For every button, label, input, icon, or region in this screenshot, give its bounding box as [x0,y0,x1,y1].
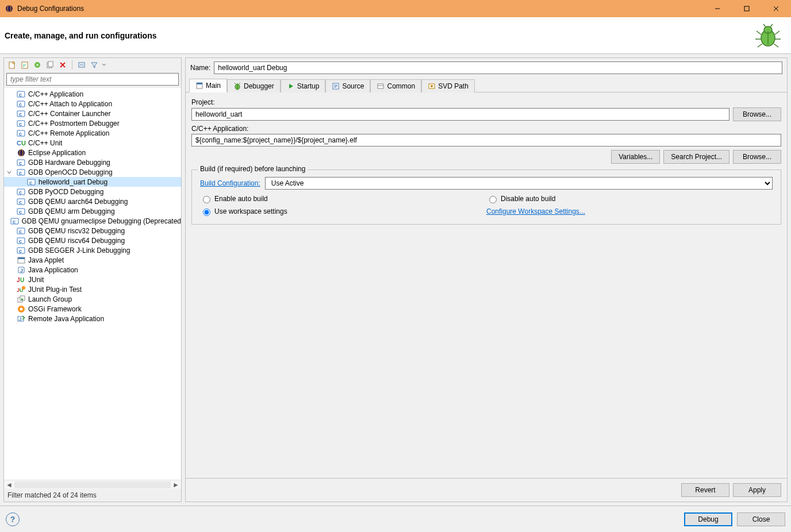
help-icon[interactable]: ? [6,512,20,526]
tree-node-label: GDB Hardware Debugging [28,159,110,167]
minimize-button[interactable] [704,0,730,17]
tree-node-label: GDB SEGGER J-Link Debugging [28,246,130,255]
new-config-icon[interactable] [6,59,18,71]
configurations-pane: P cC/C++ ApplicationcC/C++ Attach to App… [3,57,182,502]
application-field[interactable] [191,134,781,147]
filter-input[interactable] [6,73,179,86]
tree-node[interactable]: cC/C++ Remote Application [4,128,181,138]
svg-text:P: P [23,63,26,68]
tree-node[interactable]: cGDB OpenOCD Debugging [4,167,181,177]
tree-node[interactable]: CUC/C++ Unit [4,138,181,148]
close-dialog-button[interactable]: Close [737,512,785,526]
scroll-right-icon[interactable]: ► [172,481,180,489]
tab-svd-path[interactable]: SVD Path [421,79,475,92]
debug-button[interactable]: Debug [684,512,732,526]
filter-dropdown-icon[interactable] [101,59,107,71]
tree-node[interactable]: cGDB QEMU riscv32 Debugging [4,226,181,236]
tab-debugger[interactable]: Debugger [227,79,281,92]
radio-use-workspace[interactable]: Use workspace settings [200,207,486,216]
build-config-link[interactable]: Build Configuration: [200,179,260,187]
tree-node[interactable]: Java Applet [4,255,181,265]
tree-node[interactable]: cC/C++ Application [4,89,181,99]
radio-workspace-input[interactable] [203,209,210,216]
maximize-button[interactable] [734,0,759,17]
new-prototype-icon[interactable]: P [19,59,30,71]
tree-node-label: C/C++ Attach to Application [28,100,112,108]
tab-main[interactable]: Main [189,79,227,92]
search-project-button[interactable]: Search Project... [663,150,729,164]
tree-node[interactable]: cGDB PyOCD Debugging [4,187,181,196]
close-button[interactable] [763,0,789,17]
delete-config-icon[interactable] [57,59,68,71]
tree-node[interactable]: cGDB SEGGER J-Link Debugging [4,245,181,255]
variables-button[interactable]: Variables... [611,150,660,164]
tab-common[interactable]: Common [370,79,421,92]
export-config-icon[interactable] [32,59,43,71]
config-tree[interactable]: cC/C++ ApplicationcC/C++ Attach to Appli… [4,88,181,480]
configure-workspace-link[interactable]: Configure Workspace Settings... [486,207,585,215]
tree-node[interactable]: cGDB QEMU aarch64 Debugging [4,196,181,206]
tree-node[interactable]: cGDB QEMU gnuarmeclipse Debugging (Depre… [4,216,181,226]
revert-button[interactable]: Revert [681,483,729,497]
tree-horiz-scrollbar[interactable]: ◄ ► [4,480,181,489]
tree-node[interactable]: cGDB QEMU riscv64 Debugging [4,236,181,245]
window-title: Debug Configurations [17,5,84,13]
java-app-icon: J [17,265,26,275]
svg-text:c: c [19,102,22,107]
tab-source[interactable]: Source [325,79,370,92]
tree-node[interactable]: OSGi Framework [4,304,181,314]
svg-point-37 [18,149,25,156]
tree-node[interactable]: JUJUnit Plug-in Test [4,284,181,294]
tree-node[interactable]: cGDB QEMU arm Debugging [4,206,181,216]
tree-node[interactable]: cC/C++ Postmortem Debugger [4,118,181,128]
svg-rect-75 [197,83,202,84]
tree-node[interactable]: cC/C++ Container Launcher [4,109,181,118]
project-label: Project: [191,98,781,106]
c-icon: c [17,129,26,138]
svg-text:C: C [17,140,21,147]
tree-node-label: JUnit Plug-in Test [28,286,82,294]
radio-enable-auto-build[interactable]: Enable auto build [200,194,486,203]
toolbar-separator [72,60,72,70]
radio-disable-input[interactable] [489,196,497,203]
tab-startup[interactable]: Startup [281,79,326,92]
tab-icon [377,82,385,90]
duplicate-config-icon[interactable] [44,59,56,71]
tree-node[interactable]: cGDB Hardware Debugging [4,157,181,167]
banner: Create, manage, and run configurations [0,17,791,54]
collapse-all-icon[interactable] [76,59,87,71]
c-icon: c [17,236,26,245]
tree-node[interactable]: Eclipse Application [4,148,181,157]
c-icon: c [17,109,26,118]
scroll-track[interactable] [14,481,171,488]
svg-line-14 [774,44,778,47]
radio-disable-auto-build[interactable]: Disable auto build [486,194,773,203]
svg-text:c: c [19,111,22,117]
build-config-select[interactable]: Use Active [265,177,773,190]
svg-point-0 [6,5,13,12]
scroll-left-icon[interactable]: ◄ [5,481,13,489]
tree-node[interactable]: JUJUnit [4,275,181,284]
tab-icon [233,82,241,90]
svg-text:c: c [29,180,32,186]
tree-node[interactable]: cC/C++ Attach to Application [4,99,181,109]
dialog-footer: ? Debug Close [0,506,791,532]
tree-twisty-icon[interactable] [6,169,14,175]
tree-node[interactable]: JJava Application [4,265,181,275]
apply-button[interactable]: Apply [733,483,781,497]
tree-node-selected[interactable]: chelloworld_uart Debug [4,177,181,187]
tree-node[interactable]: Launch Group [4,294,181,304]
svg-text:J: J [19,317,21,322]
application-browse-button[interactable]: Browse... [733,150,781,164]
svg-text:c: c [19,131,22,137]
name-field[interactable] [214,61,782,74]
radio-enable-input[interactable] [203,196,210,203]
svg-text:c: c [19,248,22,254]
filter-icon[interactable] [89,59,100,71]
svg-rect-81 [378,84,383,88]
project-field[interactable] [191,108,729,121]
svg-text:c: c [19,170,22,176]
tree-node[interactable]: JRemote Java Application [4,314,181,323]
radio-disable-label: Disable auto build [501,195,555,203]
project-browse-button[interactable]: Browse... [733,107,781,121]
